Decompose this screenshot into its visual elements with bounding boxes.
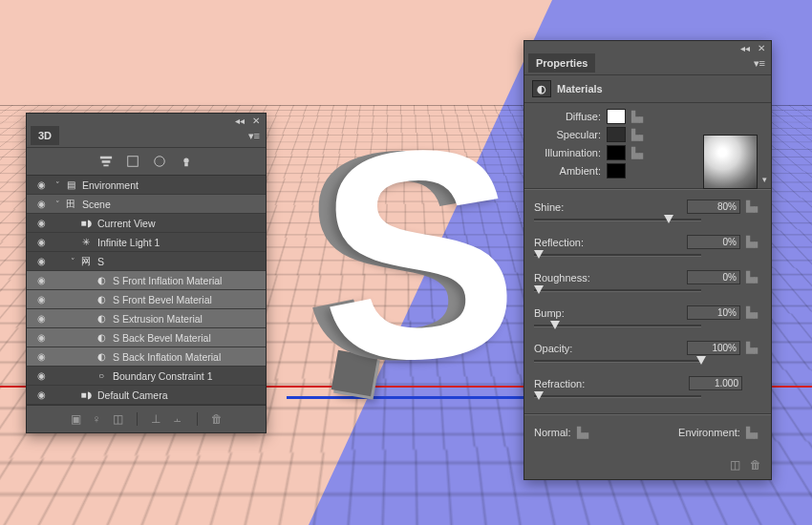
- filter-mesh-icon[interactable]: [124, 154, 141, 169]
- collapse-icon[interactable]: ◂◂: [740, 43, 750, 53]
- visibility-eye-icon[interactable]: ◉: [31, 179, 52, 190]
- visibility-eye-icon[interactable]: ◉: [31, 332, 52, 343]
- tree-row-s[interactable]: ◉˅⽹S: [27, 252, 266, 271]
- texture-folder-icon[interactable]: ▙▖: [746, 271, 761, 284]
- slider-value[interactable]: 0%: [687, 235, 740, 249]
- visibility-eye-icon[interactable]: ◉: [31, 294, 52, 304]
- slider-thumb[interactable]: [664, 215, 673, 223]
- footer-ground-icon[interactable]: ⫠: [172, 412, 183, 426]
- tree-row-s-back-inflation-material[interactable]: ◉◐S Back Inflation Material: [27, 347, 266, 367]
- color-swatch[interactable]: [607, 127, 626, 142]
- slider-track[interactable]: [534, 286, 701, 298]
- slider-label: Bump:: [534, 307, 565, 319]
- panel-menu-icon[interactable]: ▾≡: [248, 130, 260, 142]
- slider-track[interactable]: [534, 216, 701, 227]
- slider-value[interactable]: 80%: [687, 200, 740, 214]
- visibility-eye-icon[interactable]: ◉: [31, 389, 52, 400]
- collapse-icon[interactable]: ◂◂: [235, 116, 245, 126]
- material-icon: ◐: [94, 312, 109, 325]
- visibility-eye-icon[interactable]: ◉: [31, 313, 52, 324]
- normal-folder-icon[interactable]: ▙▖: [577, 427, 592, 438]
- svg-point-5: [183, 158, 188, 163]
- texture-folder-icon[interactable]: ▙▖: [746, 200, 761, 213]
- visibility-eye-icon[interactable]: ◉: [31, 275, 52, 285]
- texture-folder-icon[interactable]: ▙▖: [631, 111, 647, 123]
- texture-folder-icon[interactable]: ▙▖: [746, 236, 761, 248]
- close-icon[interactable]: ✕: [252, 116, 260, 126]
- swatch-row-diffuse: Diffuse:▙▖: [534, 109, 761, 124]
- footer-light-icon[interactable]: ♀: [93, 412, 101, 426]
- panel-props-titlebar[interactable]: ◂◂ ✕: [524, 41, 771, 53]
- material-preview-sphere[interactable]: [703, 135, 758, 189]
- panel-menu-icon[interactable]: ▾≡: [754, 57, 765, 70]
- panel-3d-titlebar[interactable]: ◂◂ ✕: [27, 114, 266, 126]
- slider-track[interactable]: [534, 357, 701, 368]
- row-label: S Back Inflation Material: [113, 351, 266, 363]
- close-icon[interactable]: ✕: [758, 43, 765, 53]
- texture-folder-icon[interactable]: ▙▖: [746, 306, 761, 319]
- trash-icon[interactable]: 🗑: [211, 412, 223, 426]
- footer-bake-icon[interactable]: ⊥: [151, 412, 160, 426]
- swatch-label: Illumination:: [534, 147, 601, 158]
- tree-row-infinite-light-1[interactable]: ◉✳Infinite Light 1: [27, 233, 266, 252]
- footer-mesh-icon[interactable]: ◫: [113, 412, 123, 426]
- visibility-eye-icon[interactable]: ◉: [31, 351, 52, 362]
- visibility-eye-icon[interactable]: ◉: [31, 370, 52, 381]
- slider-track[interactable]: [534, 322, 701, 333]
- tree-row-s-front-bevel-material[interactable]: ◉◐S Front Bevel Material: [27, 290, 266, 309]
- slider-value[interactable]: 10%: [687, 305, 740, 320]
- visibility-eye-icon[interactable]: ◉: [31, 199, 52, 209]
- texture-folder-icon[interactable]: ▙▖: [631, 129, 647, 141]
- material-preview-menu-icon[interactable]: ▾: [762, 175, 767, 184]
- caret-icon[interactable]: ˅: [67, 257, 78, 266]
- tree-row-s-front-inflation-material[interactable]: ◉◐S Front Inflation Material: [27, 271, 266, 290]
- slider-value[interactable]: 0%: [687, 270, 740, 284]
- color-swatch[interactable]: [607, 145, 626, 160]
- slider-thumb[interactable]: [696, 356, 706, 365]
- color-swatch[interactable]: [607, 163, 626, 178]
- tree-row-boundary-constraint-1[interactable]: ◉○Boundary Constraint 1: [27, 367, 266, 386]
- color-swatch[interactable]: [607, 109, 626, 124]
- panel-properties: ◂◂ ✕ Properties ▾≡ ◐ Materials Diffuse:▙…: [524, 40, 772, 480]
- scene-icon: ⽥: [63, 198, 78, 210]
- slider-value[interactable]: 1.000: [689, 376, 742, 390]
- row-label: S: [97, 256, 266, 267]
- render-icon[interactable]: ◫: [730, 458, 740, 472]
- row-label: S Back Bevel Material: [113, 332, 266, 344]
- camera-icon: ■◗: [78, 388, 94, 401]
- caret-icon[interactable]: ˅: [52, 180, 63, 190]
- tree-row-environment[interactable]: ◉˅▤Environment: [27, 176, 266, 195]
- slider-thumb[interactable]: [534, 285, 544, 294]
- material-icon: ◐: [94, 274, 109, 286]
- panel-3d-tab[interactable]: 3D: [31, 126, 59, 145]
- filter-light-icon[interactable]: [178, 154, 195, 169]
- tree-row-s-back-bevel-material[interactable]: ◉◐S Back Bevel Material: [27, 328, 266, 347]
- slider-track[interactable]: [534, 251, 701, 262]
- material-sphere-icon: ◐: [532, 80, 551, 97]
- slider-thumb[interactable]: [550, 321, 560, 329]
- slider-opacity: Opacity:100%▙▖: [534, 341, 761, 368]
- tree-row-scene[interactable]: ◉˅⽥Scene: [27, 195, 266, 214]
- footer-glasses-icon[interactable]: ▣: [71, 412, 81, 426]
- tree-row-current-view[interactable]: ◉■◗Current View: [27, 214, 266, 233]
- slider-thumb[interactable]: [534, 250, 544, 259]
- visibility-eye-icon[interactable]: ◉: [31, 256, 52, 266]
- environment-folder-icon[interactable]: ▙▖: [746, 427, 761, 438]
- row-label: Environment: [82, 179, 266, 191]
- panel-props-tab[interactable]: Properties: [528, 53, 595, 73]
- trash-icon[interactable]: 🗑: [750, 458, 761, 472]
- tree-row-s-extrusion-material[interactable]: ◉◐S Extrusion Material: [27, 309, 266, 328]
- slider-label: Opacity:: [534, 343, 572, 354]
- slider-track[interactable]: [534, 392, 701, 404]
- visibility-eye-icon[interactable]: ◉: [31, 218, 52, 228]
- visibility-eye-icon[interactable]: ◉: [31, 237, 52, 247]
- slider-value[interactable]: 100%: [687, 341, 740, 355]
- tree-row-default-camera[interactable]: ◉■◗Default Camera: [27, 386, 266, 405]
- row-label: S Front Inflation Material: [113, 275, 266, 286]
- caret-icon[interactable]: ˅: [52, 200, 63, 209]
- filter-scene-icon[interactable]: [97, 154, 115, 169]
- slider-thumb[interactable]: [534, 391, 544, 400]
- texture-folder-icon[interactable]: ▙▖: [746, 342, 761, 354]
- filter-material-icon[interactable]: [151, 154, 168, 169]
- texture-folder-icon[interactable]: ▙▖: [631, 147, 647, 159]
